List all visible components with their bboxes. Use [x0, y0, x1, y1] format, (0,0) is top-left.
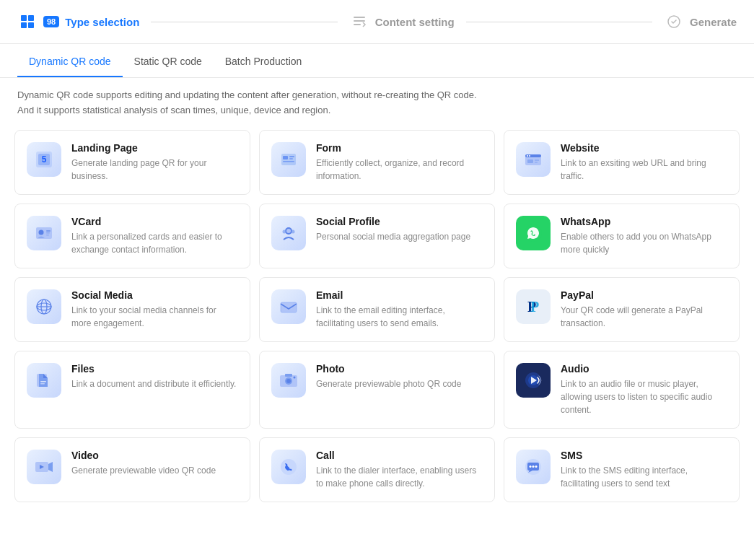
card-paypal[interactable]: P P PayPal Your QR code will generate a … [504, 277, 740, 342]
video-text: Video Generate previewable video QR code [71, 450, 238, 477]
landing-page-icon: 5 [27, 142, 61, 177]
card-video[interactable]: Video Generate previewable video QR code [14, 437, 250, 502]
form-desc: Efficiently collect, organize, and recor… [316, 157, 483, 183]
social-media-text: Social Media Link to your social media c… [71, 289, 238, 330]
cards-grid: 5 Landing Page Generate landing page QR … [14, 130, 740, 502]
svg-rect-22 [535, 162, 538, 163]
svg-point-47 [286, 379, 291, 383]
whatsapp-desc: Enable others to add you on WhatsApp mor… [561, 230, 727, 256]
audio-text: Audio Link to an audio file or music pla… [561, 363, 727, 416]
social-profile-desc: Personal social media aggregation page [316, 230, 483, 243]
social-media-icon [27, 289, 61, 324]
files-text: Files Link a document and distribute it … [71, 363, 238, 390]
svg-rect-25 [46, 230, 51, 232]
tab-static-qr[interactable]: Static QR code [123, 47, 214, 77]
svg-rect-27 [46, 235, 49, 236]
email-text: Email Link to the email editing interfac… [316, 289, 483, 330]
landing-page-desc: Generate landing page QR for your busine… [71, 157, 238, 183]
card-landing-page[interactable]: 5 Landing Page Generate landing page QR … [14, 130, 250, 195]
step-line-1 [151, 22, 337, 22]
social-media-title: Social Media [71, 289, 238, 301]
svg-point-31 [291, 229, 295, 233]
sms-text: SMS Link to the SMS editing interface, f… [561, 450, 727, 490]
vcard-text: VCard Link a personalized cards and easi… [71, 216, 238, 256]
paypal-text: PayPal Your QR code will generate a PayP… [561, 289, 727, 330]
files-desc: Link a document and distribute it effici… [71, 377, 238, 390]
card-social-media[interactable]: Social Media Link to your social media c… [14, 277, 250, 342]
website-desc: Link to an exsiting web URL and bring tr… [561, 157, 727, 183]
vcard-title: VCard [71, 216, 238, 227]
photo-desc: Generate previewable photo QR code [316, 377, 483, 390]
step1-label: Type selection [65, 16, 139, 28]
svg-point-29 [286, 229, 291, 233]
photo-icon [271, 363, 306, 398]
description-line1: Dynamic QR code supports editing and upd… [17, 88, 737, 103]
card-call[interactable]: Call Link to the dialer interface, enabl… [259, 437, 495, 502]
call-icon [271, 450, 306, 484]
paypal-desc: Your QR code will generate a PayPal tran… [561, 304, 727, 330]
svg-rect-38 [281, 302, 297, 312]
card-photo[interactable]: Photo Generate previewable photo QR code [259, 351, 495, 429]
svg-rect-0 [21, 15, 27, 21]
audio-title: Audio [561, 363, 727, 375]
email-icon [271, 289, 306, 324]
card-social-profile[interactable]: Social Profile Personal social media agg… [259, 204, 495, 268]
svg-rect-21 [535, 159, 539, 161]
social-profile-icon [271, 216, 306, 250]
paypal-title: PayPal [561, 289, 727, 301]
content-setting-icon [349, 12, 369, 32]
card-email[interactable]: Email Link to the email editing interfac… [259, 277, 495, 342]
description-line2: And it supports statistical analysis of … [17, 103, 737, 118]
video-icon [27, 450, 61, 484]
files-title: Files [71, 363, 238, 375]
svg-point-19 [529, 155, 530, 157]
svg-point-24 [39, 229, 44, 235]
svg-rect-14 [289, 156, 294, 157]
landing-page-text: Landing Page Generate landing page QR fo… [71, 142, 238, 183]
tab-dynamic-qr[interactable]: Dynamic QR code [17, 47, 123, 77]
card-form[interactable]: Form Efficiently collect, organize, and … [259, 130, 495, 195]
sms-desc: Link to the SMS editing interface, facil… [561, 464, 727, 490]
svg-rect-48 [285, 374, 292, 377]
card-sms[interactable]: SMS Link to the SMS editing interface, f… [504, 437, 740, 502]
stepper: 98 Type selection Content setting Genera… [0, 0, 754, 44]
step-generate: Generate [664, 12, 737, 32]
tab-batch-production[interactable]: Batch Production [214, 47, 314, 77]
photo-text: Photo Generate previewable photo QR code [316, 363, 483, 390]
files-icon [27, 363, 61, 398]
email-desc: Link to the email editing interface, fac… [316, 304, 483, 330]
svg-point-58 [535, 465, 538, 468]
card-files[interactable]: Files Link a document and distribute it … [14, 351, 250, 429]
svg-rect-44 [40, 383, 45, 385]
sms-title: SMS [561, 450, 727, 461]
svg-point-53 [281, 459, 297, 475]
social-profile-title: Social Profile [316, 216, 483, 227]
step3-label: Generate [690, 16, 737, 28]
card-vcard[interactable]: VCard Link a personalized cards and easi… [14, 204, 250, 268]
card-audio[interactable]: Audio Link to an audio file or music pla… [504, 351, 740, 429]
svg-point-30 [283, 229, 286, 233]
generate-icon [664, 12, 684, 32]
whatsapp-icon [516, 216, 551, 250]
svg-text:5: 5 [42, 154, 47, 165]
svg-point-57 [532, 465, 535, 468]
call-desc: Link to the dialer interface, enabling u… [316, 464, 483, 490]
call-title: Call [316, 450, 483, 461]
landing-page-title: Landing Page [71, 142, 238, 154]
card-whatsapp[interactable]: WhatsApp Enable others to add you on Wha… [504, 204, 740, 268]
video-desc: Generate previewable video QR code [71, 464, 238, 477]
vcard-desc: Link a personalized cards and easier to … [71, 230, 238, 256]
photo-title: Photo [316, 363, 483, 375]
step-line-2 [466, 22, 652, 22]
whatsapp-text: WhatsApp Enable others to add you on Wha… [561, 216, 727, 256]
svg-point-56 [530, 465, 532, 468]
form-text: Form Efficiently collect, organize, and … [316, 142, 483, 183]
svg-rect-13 [283, 161, 294, 162]
card-website[interactable]: Website Link to an exsiting web URL and … [504, 130, 740, 195]
video-title: Video [71, 450, 238, 461]
svg-rect-3 [28, 22, 34, 28]
social-media-desc: Link to your social media channels for m… [71, 304, 238, 330]
svg-rect-6 [354, 24, 361, 25]
svg-rect-26 [46, 232, 50, 234]
paypal-icon: P P [516, 289, 551, 324]
